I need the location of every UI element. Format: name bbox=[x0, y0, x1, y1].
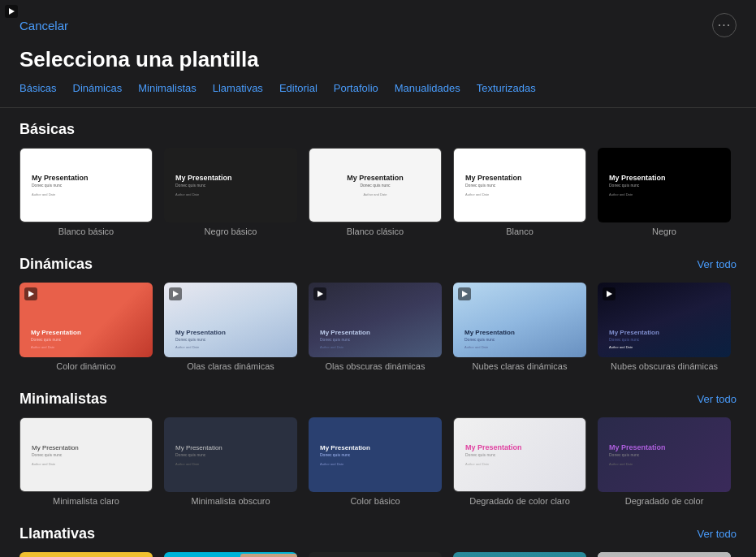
thumb-negro-basico: My Presentation Donec quis nunc Author a… bbox=[164, 148, 297, 222]
template-label: Nubes claras dinámicas bbox=[473, 361, 568, 371]
template-llamativa-5[interactable]: DONEC QUIS NUNC My Presentation bbox=[598, 552, 731, 557]
template-color-basico[interactable]: My Presentation Donec quis nunc Author a… bbox=[309, 417, 442, 506]
template-color-dinamico[interactable]: My Presentation Donec quis nunc Author a… bbox=[19, 283, 153, 371]
pres-author: Author and Date bbox=[609, 192, 719, 196]
template-minimalista-obscuro[interactable]: My Presentation Donec quis nunc Author a… bbox=[164, 417, 297, 506]
template-llamativa-2[interactable]: My Presentation bbox=[164, 552, 297, 557]
llamativas-title: Llamativas bbox=[19, 525, 95, 542]
template-label: Blanco clásico bbox=[347, 227, 404, 236]
basicas-section: Básicas My Presentation Donec quis nunc … bbox=[19, 121, 737, 236]
pres-subtitle: Donec quis nunc bbox=[175, 452, 286, 457]
template-degradado-claro[interactable]: My Presentation Donec quis nunc Author a… bbox=[453, 417, 586, 506]
tab-minimalistas[interactable]: Minimalistas bbox=[138, 82, 197, 94]
thumb-color-basico: My Presentation Donec quis nunc Author a… bbox=[309, 417, 442, 492]
pres-subtitle: Donec quis nunc bbox=[175, 337, 286, 342]
play-icon bbox=[169, 287, 182, 300]
llamativas-header: Llamativas Ver todo bbox=[19, 525, 737, 542]
template-nubes-claras[interactable]: My Presentation Donec quis nunc Author a… bbox=[453, 283, 586, 371]
main-content: Básicas My Presentation Donec quis nunc … bbox=[0, 108, 756, 557]
header: Cancelar ··· bbox=[0, 0, 756, 44]
template-blanco[interactable]: My Presentation Donec quis nunc Author a… bbox=[453, 148, 586, 236]
thumb-olas-obscuras: My Presentation Donec quis nunc Author a… bbox=[309, 283, 442, 357]
template-negro-basico[interactable]: My Presentation Donec quis nunc Author a… bbox=[164, 148, 297, 236]
pres-title: My Presentation bbox=[465, 443, 574, 451]
pres-subtitle: Donec quis nunc bbox=[320, 452, 430, 457]
pres-title: My Presentation bbox=[31, 329, 141, 336]
cancel-button[interactable]: Cancelar bbox=[19, 19, 68, 32]
pres-author: Author and Date bbox=[175, 462, 286, 466]
pres-title: My Presentation bbox=[609, 329, 719, 336]
template-negro[interactable]: My Presentation Donec quis nunc Author a… bbox=[598, 148, 731, 236]
pres-author: Author and Date bbox=[32, 462, 140, 466]
pres-title: My Presentation bbox=[320, 329, 430, 336]
tab-portafolio[interactable]: Portafolio bbox=[334, 82, 378, 94]
more-icon: ··· bbox=[718, 18, 731, 32]
pres-author: Author and Date bbox=[464, 345, 575, 349]
pres-title: My Presentation bbox=[175, 444, 286, 451]
template-llamativa-4[interactable]: 🐢 Donec quis nunc bbox=[453, 552, 586, 557]
thumb-olas-claras: My Presentation Donec quis nunc Author a… bbox=[164, 283, 297, 357]
pres-title: My Presentation bbox=[609, 174, 719, 182]
building-bg: DONEC QUIS NUNC bbox=[598, 552, 731, 557]
template-llamativa-3[interactable]: My Presentation bbox=[309, 552, 442, 557]
pres-author: Author and Date bbox=[609, 345, 719, 349]
play-icon bbox=[458, 287, 471, 300]
pres-subtitle: Donec quis nunc bbox=[360, 183, 390, 188]
pres-title: My Presentation bbox=[320, 444, 430, 451]
template-blanco-basico[interactable]: My Presentation Donec quis nunc Author a… bbox=[19, 148, 153, 236]
pres-title: My Presentation bbox=[175, 174, 286, 182]
llamativas-section: Llamativas Ver todo My Presentation bbox=[19, 525, 737, 557]
basicas-row: My Presentation Donec quis nunc Author a… bbox=[19, 148, 737, 236]
template-label: Degradado de color claro bbox=[469, 496, 570, 506]
template-label: Olas obscuras dinámicas bbox=[326, 361, 426, 371]
tab-editorial[interactable]: Editorial bbox=[279, 82, 318, 94]
pres-author: Author and Date bbox=[465, 462, 574, 466]
tab-basicas[interactable]: Básicas bbox=[19, 82, 57, 94]
thumb-llamativa-5: DONEC QUIS NUNC My Presentation bbox=[598, 552, 731, 557]
pres-subtitle: Donec quis nunc bbox=[465, 183, 574, 188]
template-olas-claras[interactable]: My Presentation Donec quis nunc Author a… bbox=[164, 283, 297, 371]
template-label: Nubes obscuras dinámicas bbox=[611, 361, 718, 371]
template-label: Minimalista obscuro bbox=[191, 496, 270, 506]
minimalistas-header: Minimalistas Ver todo bbox=[19, 391, 737, 408]
template-label: Negro básico bbox=[205, 227, 257, 236]
llamativas-see-all[interactable]: Ver todo bbox=[698, 528, 737, 540]
template-label: Color dinámico bbox=[56, 361, 115, 371]
template-label: Blanco básico bbox=[58, 227, 114, 236]
tab-llamativas[interactable]: Llamativas bbox=[213, 82, 263, 94]
template-olas-obscuras[interactable]: My Presentation Donec quis nunc Author a… bbox=[309, 283, 442, 371]
thumb-llamativa-1: My Presentation bbox=[19, 552, 153, 557]
tab-manualidades[interactable]: Manualidades bbox=[395, 82, 460, 94]
pres-subtitle: Donec quis nunc bbox=[320, 337, 430, 342]
pres-subtitle: Donec quis nunc bbox=[609, 183, 719, 188]
pres-title: My Presentation bbox=[347, 174, 404, 182]
tab-dinamicas[interactable]: Dinámicas bbox=[73, 82, 123, 94]
thumb-color-dinamico: My Presentation Donec quis nunc Author a… bbox=[19, 283, 153, 357]
template-label: Olas claras dinámicas bbox=[187, 361, 274, 371]
template-degradado[interactable]: My Presentation Donec quis nunc Author a… bbox=[598, 417, 731, 506]
minimalistas-see-all[interactable]: Ver todo bbox=[698, 393, 737, 405]
pres-author: Author and Date bbox=[465, 192, 574, 196]
template-label: Minimalista claro bbox=[53, 496, 119, 506]
thumb-llamativa-3: My Presentation bbox=[309, 552, 442, 557]
more-options-button[interactable]: ··· bbox=[712, 13, 737, 37]
dinamicas-section: Dinámicas Ver todo My Presentation Donec… bbox=[19, 256, 737, 371]
pres-subtitle: Donec quis nunc bbox=[464, 337, 575, 342]
pres-author: Author and Date bbox=[320, 462, 430, 466]
template-label: Color básico bbox=[350, 496, 400, 506]
thumb-nubes-claras: My Presentation Donec quis nunc Author a… bbox=[453, 283, 586, 357]
template-llamativa-1[interactable]: My Presentation bbox=[19, 552, 153, 557]
pres-author: Author and Date bbox=[363, 192, 387, 196]
template-nubes-obscuras[interactable]: My Presentation Donec quis nunc Author a… bbox=[598, 283, 731, 371]
pres-title: My Presentation bbox=[32, 174, 140, 182]
thumb-blanco: My Presentation Donec quis nunc Author a… bbox=[453, 148, 586, 222]
template-minimalista-claro[interactable]: My Presentation Donec quis nunc Author a… bbox=[19, 417, 153, 506]
pres-author: Author and Date bbox=[31, 345, 141, 349]
tab-texturizadas[interactable]: Texturizadas bbox=[477, 82, 536, 94]
dinamicas-see-all[interactable]: Ver todo bbox=[698, 258, 737, 270]
template-blanco-clasico[interactable]: My Presentation Donec quis nunc Author a… bbox=[309, 148, 442, 236]
minimalistas-section: Minimalistas Ver todo My Presentation Do… bbox=[19, 391, 737, 506]
llamativas-row: My Presentation My Presentation bbox=[19, 552, 737, 557]
pres-subtitle: Donec quis nunc bbox=[175, 183, 286, 188]
pres-subtitle: Donec quis nunc bbox=[465, 452, 574, 457]
